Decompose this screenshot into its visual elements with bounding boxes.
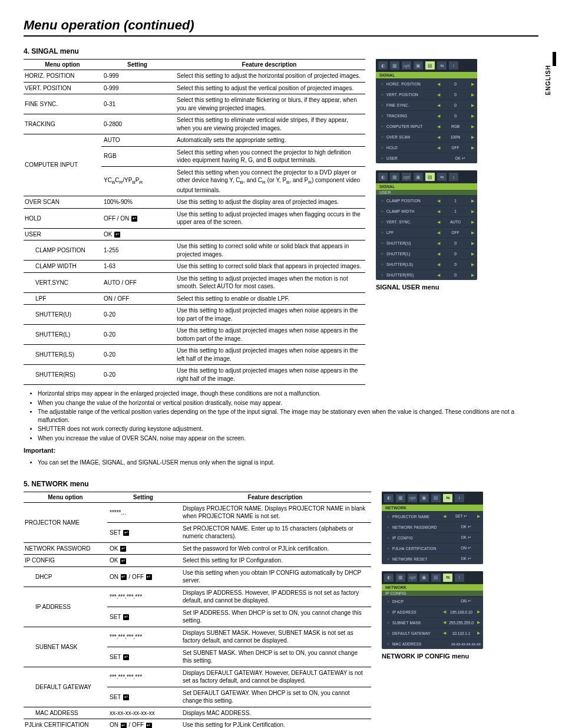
osd-row: ▫ VERT. SYNC. ◀AUTO▶ — [376, 216, 477, 227]
table-desc: Select this setting for IP Configuration… — [179, 555, 371, 567]
table-desc: Automatically sets the appropriate setti… — [173, 134, 365, 147]
table-desc — [173, 228, 365, 241]
osd-row-label: SHUTTER(LS) — [386, 262, 436, 266]
table-setting: ***.***.***.*** — [107, 627, 179, 647]
osd-tab-info-icon: i — [449, 173, 458, 181]
col-desc: Feature description — [179, 492, 371, 502]
osd-tabs: ◐ ▦ opt ▣ ▤ ⇆ i — [376, 170, 477, 183]
arrow-left-icon: ◀ — [442, 610, 447, 614]
osd-row-value: ON ↵ — [451, 546, 481, 551]
osd-row-label: VERT. SYNC. — [386, 220, 436, 224]
table-setting: OK ↵ — [107, 555, 179, 567]
osd-row-label: VERT. POSITION — [386, 93, 436, 97]
table-setting: *****... — [107, 502, 179, 522]
signal-menu-table: Menu option Setting Feature description … — [24, 59, 365, 385]
osd-row-label: IP CONFIG — [392, 536, 451, 540]
osd-row-icon: ▫ — [378, 145, 386, 150]
osd-row-value: 0 — [441, 103, 470, 107]
arrow-right-icon: ▶ — [476, 610, 481, 614]
col-option: Menu option — [24, 60, 101, 70]
osd-tab-icon: ▣ — [419, 494, 429, 502]
table-option: COMPUTER INPUT — [24, 134, 101, 196]
table-desc: Displays MAC ADDRESS. — [179, 707, 371, 719]
osd-row-label: FINE SYNC. — [386, 103, 436, 107]
arrow-right-icon: ▶ — [470, 114, 475, 118]
table-setting: SET ↵ — [107, 687, 179, 707]
osd-row-value: 0 — [441, 273, 470, 277]
table-desc: Use this setting to adjust projected ima… — [173, 365, 365, 385]
arrow-left-icon: ◀ — [436, 262, 441, 267]
table-desc: Displays PROJECTOR NAME. Displays PROJEC… — [179, 502, 371, 522]
arrow-left-icon: ◀ — [442, 631, 447, 635]
table-setting: 0-20 — [101, 325, 173, 345]
osd-row-icon: ▫ — [384, 514, 392, 519]
osd-row-label: OVER SCAN — [386, 135, 436, 139]
table-setting: RGB — [101, 146, 173, 166]
osd-tab-signal-icon: ▤ — [425, 173, 435, 181]
arrow-left-icon: ◀ — [436, 124, 441, 129]
table-setting: 0-20 — [101, 365, 173, 385]
osd-row-icon: ▫ — [378, 219, 386, 225]
table-option: NETWORK PASSWORD — [24, 542, 107, 555]
osd-row: ▫ IP CONFIG OK ↵ — [382, 532, 483, 543]
osd-row: ▫ HORIZ. POSITION ◀0▶ — [376, 78, 477, 89]
osd-row-value: 195.168.0.10 — [447, 610, 476, 614]
osd-row-icon: ▫ — [378, 92, 386, 97]
note-item: Horizontal strips may appear in the enla… — [38, 390, 538, 398]
osd-tab-info-icon: i — [455, 574, 464, 582]
table-setting: 100%-90% — [101, 196, 173, 209]
osd-tab-icon: opt — [408, 494, 417, 502]
arrow-left-icon: ◀ — [436, 252, 441, 256]
osd-row-icon: ▫ — [384, 610, 392, 615]
osd-row-value: AUTO — [441, 220, 470, 224]
osd-header: NETWORK — [382, 584, 483, 591]
osd-row-value: OFF — [441, 230, 470, 235]
table-setting: AUTO — [101, 134, 173, 147]
arrow-right-icon: ▶ — [476, 631, 481, 635]
osd-row-icon: ▫ — [384, 631, 392, 636]
osd-user-caption: SIGNAL USER menu — [376, 284, 477, 291]
table-option: SHUTTER(L) — [24, 325, 101, 345]
osd-row: ▫ TRACKING ◀0▶ — [376, 110, 477, 121]
language-label: ENGLISH — [545, 65, 551, 95]
network-table-wrap: Menu option Setting Feature description … — [24, 492, 371, 728]
osd-tab-icon: ◐ — [378, 173, 388, 181]
osd-row-value: ON ↵ — [451, 599, 481, 604]
osd-row-label: MAC ADDRESS — [392, 642, 451, 646]
osd-row-icon: ▫ — [378, 113, 386, 118]
arrow-right-icon: ▶ — [470, 220, 475, 225]
language-indicator-bar — [553, 52, 556, 66]
table-option: PROJECTOR NAME — [24, 502, 107, 542]
osd-network-panel: ◐ ▦ opt ▣ ▤ ⇆ i NETWORK ▫ PROJECTOR NAME… — [382, 492, 483, 564]
table-option: SHUTTER(LS) — [24, 345, 101, 365]
table-setting: ***.***.***.*** — [107, 587, 179, 607]
osd-row-label: COMPUTER INPUT — [386, 124, 436, 129]
osd-row: ▫ NETWORK PASSWORD OK ↵ — [382, 522, 483, 532]
osd-row-label: SHUTTER(L) — [386, 252, 436, 256]
table-desc: Set IP ADDRESS. When DHCP is set to ON, … — [179, 607, 371, 627]
osd-row-label: HORIZ. POSITION — [386, 82, 436, 86]
osd-row-label: CLAMP POSITION — [386, 199, 436, 203]
osd-row: ▫ FINE SYNC. ◀0▶ — [376, 100, 477, 110]
arrow-left-icon: ◀ — [436, 273, 441, 278]
table-option: HORIZ. POSITION — [24, 70, 101, 83]
osd-row: ▫ USER OK ↵ — [376, 153, 477, 163]
note-item: SHUTTER does not work correctly during k… — [38, 425, 538, 433]
osd-tabs: ◐ ▦ opt ▣ ▤ ⇆ i — [382, 492, 483, 505]
osd-tab-signal-icon: ▤ — [425, 61, 435, 70]
osd-row-icon: ▫ — [384, 525, 392, 530]
osd-ipconfig-caption: NETWORK IP CONFIG menu — [382, 653, 483, 660]
osd-row-label: SHUTTER(RS) — [386, 273, 436, 277]
osd-header: NETWORK — [382, 505, 483, 511]
osd-tab-icon: ▦ — [396, 574, 405, 582]
osd-row-label: CLAMP WIDTH — [386, 209, 436, 213]
osd-tab-icon: ⇆ — [437, 173, 447, 181]
osd-tab-icon: ▣ — [414, 173, 423, 181]
osd-row: ▫ SHUTTER(L) ◀0▶ — [376, 248, 477, 259]
osd-ipconfig-panel: ◐ ▦ opt ▣ ▤ ⇆ i NETWORK IP CONFIG ▫ DHCP… — [382, 571, 483, 649]
note-item: When you increase the value of OVER SCAN… — [38, 434, 538, 443]
table-option: VERT.SYNC — [24, 272, 101, 292]
osd-row-value: OK ↵ — [451, 535, 481, 540]
note-item: The adjustable range of the vertical pos… — [38, 408, 538, 424]
arrow-left-icon: ◀ — [442, 620, 447, 625]
